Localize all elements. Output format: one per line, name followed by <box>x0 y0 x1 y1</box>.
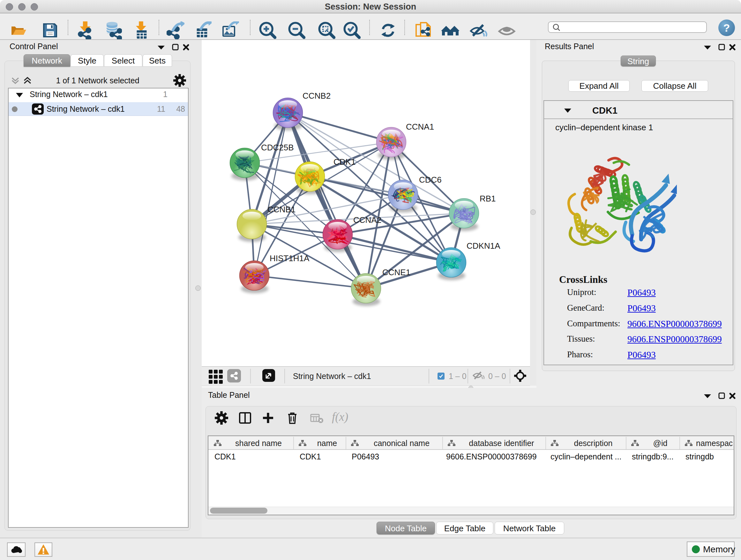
svg-text:CCNE1: CCNE1 <box>382 267 410 277</box>
svg-text:CDC6: CDC6 <box>419 175 442 185</box>
svg-text:CDKN1A: CDKN1A <box>467 241 500 251</box>
svg-text:CDC25B: CDC25B <box>261 143 294 152</box>
svg-text:CCNB2: CCNB2 <box>302 91 331 101</box>
svg-text:RB1: RB1 <box>480 194 496 203</box>
svg-text:CCNB1: CCNB1 <box>267 205 295 214</box>
svg-text:CCNA1: CCNA1 <box>406 122 434 132</box>
svg-text:CDK1: CDK1 <box>333 157 355 167</box>
svg-text:HIST1H1A: HIST1H1A <box>270 253 310 263</box>
svg-text:CCNA2: CCNA2 <box>353 215 381 225</box>
